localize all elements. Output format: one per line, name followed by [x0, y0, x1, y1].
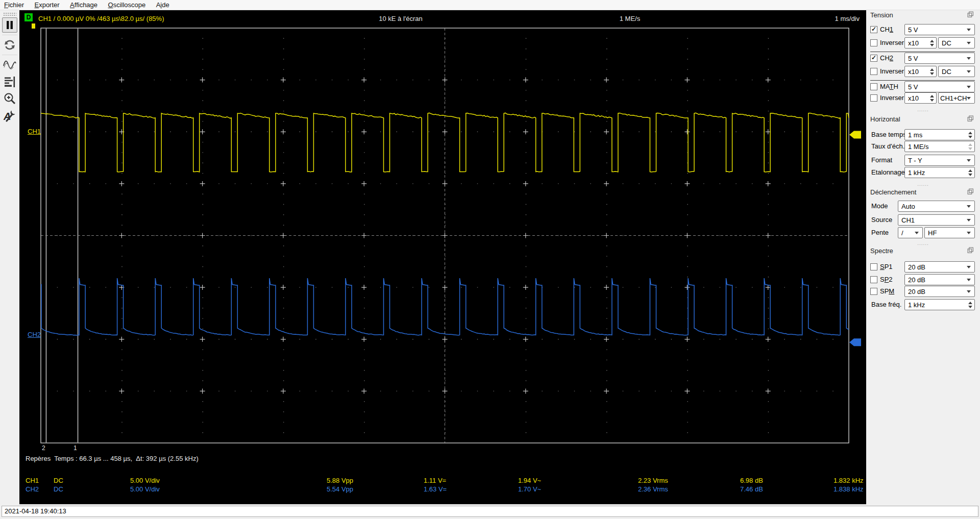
trigger-source-dropdown[interactable]: CH1 [898, 214, 975, 226]
chevron-down-icon [967, 42, 971, 44]
meas-ch2-vac: 1.70 V~ [518, 485, 541, 493]
ch2-enable-label: CH2 [880, 53, 893, 64]
timebase-readout: 1 ms/div [808, 15, 860, 22]
chevron-down-icon [967, 57, 971, 60]
meas-ch1-scale: 5.00 V/div [130, 477, 160, 484]
refresh-button[interactable] [2, 37, 17, 53]
status-bar: 2021-04-18 19:40:13 [0, 504, 980, 519]
spectrum-base-freq-spinner[interactable]: 1 kHz [904, 299, 975, 310]
ch2-position-marker[interactable] [849, 338, 861, 346]
ch2-trace-label: CH2 [28, 331, 41, 338]
spinner-arrows-icon[interactable] [966, 132, 974, 138]
cursor1-label: 1 [74, 444, 77, 452]
menu-aide[interactable]: Aide [152, 0, 174, 10]
meas-ch2-coupling: DC [54, 485, 63, 493]
chevron-down-icon [967, 29, 971, 31]
detach-icon[interactable] [967, 115, 974, 122]
panel-splitter[interactable]: ...... [866, 107, 980, 112]
trigger-mode-label: Mode [871, 201, 888, 212]
cursor-readout: Repères Temps : 66.3 µs ... 458 µs, Δt: … [26, 455, 199, 462]
ch1-probe-spinner[interactable]: x10 [904, 37, 937, 48]
samplerate-label: Taux d'éch. [871, 141, 904, 152]
trigger-filter-dropdown[interactable]: HF [924, 227, 975, 238]
ch1-position-marker[interactable] [849, 131, 861, 138]
zoom-in-icon [3, 92, 16, 105]
meas-ch1-vpp: 5.88 Vpp [327, 477, 353, 484]
math-invert-checkbox[interactable]: ✓ [870, 94, 877, 102]
ch1-coupling-dropdown[interactable]: DC [938, 37, 975, 48]
trigger-slope-dropdown[interactable]: / [898, 227, 923, 238]
detach-icon[interactable] [967, 247, 974, 254]
spm-range-dropdown[interactable]: 20 dB [904, 286, 975, 297]
menu-affichage[interactable]: Affichage [66, 0, 102, 10]
menu-exporter[interactable]: Exporter [30, 0, 63, 10]
sp2-range-dropdown[interactable]: 20 dB [904, 274, 975, 285]
chevron-down-icon [967, 86, 971, 88]
ch2-range-dropdown[interactable]: 5 V [904, 53, 975, 64]
levels-button[interactable] [2, 74, 17, 89]
chevron-down-icon [967, 97, 971, 100]
ch2-coupling-dropdown[interactable]: DC [938, 66, 975, 77]
zoom-button[interactable] [2, 91, 17, 106]
detach-icon[interactable] [967, 188, 974, 195]
spm-checkbox[interactable]: ✓ [870, 288, 877, 295]
ch2-enable-checkbox[interactable]: ✓ [870, 55, 877, 62]
math-range-dropdown[interactable]: 5 V [904, 81, 975, 92]
ch1-trigger-status: CH1 / 0.000 µV 0% /463 µs\82.0 µs/ (85%) [38, 15, 164, 22]
ch1-invert-checkbox[interactable]: ✓ [870, 39, 877, 46]
spinner-arrows-icon[interactable] [928, 68, 936, 75]
trigger-mode-dropdown[interactable]: Auto [898, 201, 975, 212]
sp1-label: SP1 [880, 261, 893, 273]
chevron-down-icon [915, 232, 919, 234]
spinner-arrows-icon[interactable] [928, 95, 936, 102]
tension-section-title: Tension [870, 11, 893, 19]
oscilloscope-app-window: Fichier Exporter Affichage Oscilloscope … [0, 0, 980, 519]
menu-fichier[interactable]: Fichier [0, 0, 28, 10]
waveform-button[interactable] [2, 57, 17, 72]
toolbar-separator [2, 35, 17, 35]
trigger-position-marker[interactable] [32, 23, 35, 29]
menu-oscilloscope[interactable]: Oscilloscope [104, 0, 150, 10]
spinner-arrows-icon[interactable] [928, 40, 936, 46]
horizontal-section-title: Horizontal [870, 115, 900, 123]
toolbar-drag-handle[interactable] [3, 12, 16, 16]
levels-icon [3, 75, 16, 88]
samplerate-spinner[interactable]: 1 ME/s [904, 141, 975, 152]
ch1-range-dropdown[interactable]: 5 V [904, 24, 975, 35]
timebase-spinner[interactable]: 1 ms [904, 129, 975, 140]
sp1-checkbox[interactable]: ✓ [870, 263, 877, 270]
sp2-checkbox[interactable]: ✓ [870, 276, 877, 283]
pause-icon [3, 18, 16, 32]
waveform-plot [19, 10, 866, 504]
meas-ch2-vrms: 2.36 Vrms [638, 485, 668, 493]
spinner-arrows-icon[interactable] [966, 302, 974, 308]
ch2-probe-spinner[interactable]: x10 [904, 66, 937, 77]
ch1-enable-checkbox[interactable]: ✓ [870, 26, 877, 33]
trigger-mode-badge: D [24, 13, 33, 21]
math-enable-checkbox[interactable]: ✓ [870, 83, 877, 90]
format-dropdown[interactable]: T - Y [904, 155, 975, 166]
chevron-down-icon [967, 159, 971, 162]
tools-button[interactable]: A [2, 108, 17, 123]
meas-ch1-vac: 1.94 V~ [518, 477, 541, 484]
ch1-enable-label: CH1 [880, 24, 893, 35]
ch2-invert-checkbox[interactable]: ✓ [870, 68, 877, 75]
sp1-range-dropdown[interactable]: 20 dB [904, 261, 975, 273]
trigger-source-label: Source [871, 214, 892, 226]
refresh-icon [3, 38, 16, 52]
spinner-arrows-icon[interactable] [966, 169, 974, 176]
toolbar-separator [2, 55, 17, 55]
math-source-dropdown[interactable]: CH1+CH2 [938, 92, 975, 104]
detach-icon[interactable] [967, 11, 974, 18]
meas-ch1-db: 6.98 dB [740, 477, 763, 484]
chevron-down-icon [967, 70, 971, 73]
math-probe-spinner[interactable]: x10 [904, 92, 937, 104]
chevron-down-icon [967, 219, 971, 221]
panel-splitter[interactable]: ...... [866, 241, 980, 246]
section-separator [870, 52, 975, 52]
calibration-label: Etalonnage [871, 167, 905, 178]
pause-button[interactable] [2, 17, 17, 33]
math-enable-label: MATH [880, 81, 898, 92]
calibration-spinner[interactable]: 1 kHz [904, 167, 975, 178]
panel-splitter[interactable]: ...... [866, 182, 980, 187]
